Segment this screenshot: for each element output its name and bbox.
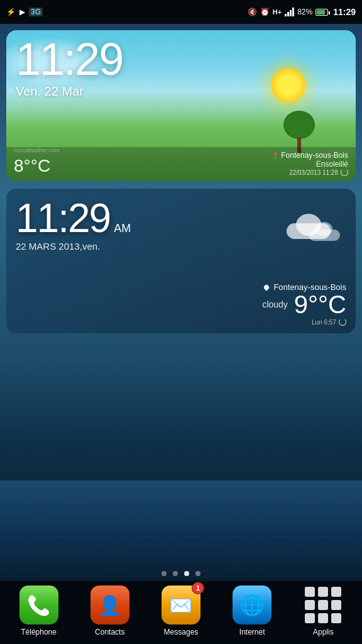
dock: Téléphone Contacts 1 Messages Internet — [0, 581, 362, 644]
location-pin-2-icon — [263, 284, 270, 291]
internet-icon — [233, 586, 272, 625]
3g-badge: 3G — [29, 8, 43, 16]
tree-icon — [280, 109, 318, 153]
alarm-icon: ⏰ — [260, 8, 270, 16]
widget-updated-2: Lun 6:57 — [262, 318, 346, 326]
dock-item-contacts[interactable]: Contacts — [79, 586, 141, 636]
apps-label: Applis — [313, 628, 334, 636]
messages-label: Messages — [164, 628, 199, 636]
dock-item-internet[interactable]: Internet — [221, 586, 283, 636]
contacts-label: Contacts — [95, 628, 124, 636]
signal-icon — [285, 8, 294, 16]
widget-condition-1: Ensoleillé — [272, 160, 348, 169]
widget-date-1: Ven. 22 Mar — [16, 84, 346, 99]
page-indicators — [0, 571, 362, 576]
dock-item-messages[interactable]: 1 Messages — [150, 586, 212, 636]
hplus-icon: H+ — [273, 8, 282, 16]
page-dot-3[interactable] — [184, 571, 189, 576]
messages-icon: 1 — [162, 586, 200, 625]
phone-label: Téléphone — [21, 628, 57, 636]
usb-icon: ⚡ — [6, 8, 16, 16]
contacts-icon — [90, 586, 129, 625]
mute-icon: 🔇 — [248, 8, 257, 16]
dock-item-phone[interactable]: Téléphone — [8, 586, 70, 636]
widget-condition-2: cloudy — [262, 299, 287, 309]
page-dot-4[interactable] — [195, 571, 200, 576]
page-dot-1[interactable] — [162, 571, 167, 576]
status-bar: ⚡ ▶ 3G 🔇 ⏰ H+ 82% 11:29 — [0, 0, 362, 24]
status-left-icons: ⚡ ▶ 3G — [6, 8, 43, 16]
widget-temp-1: 8°°C — [14, 156, 50, 176]
location-pin-icon: 📍 — [272, 153, 279, 159]
widget-time-2: 11:29 — [16, 198, 110, 238]
page-dot-2[interactable] — [173, 571, 178, 576]
widget-time-2-container: 11:29 AM — [16, 198, 346, 238]
battery-icon — [315, 9, 328, 16]
status-time: 11:29 — [333, 7, 356, 17]
play-icon: ▶ — [19, 8, 25, 16]
refresh-icon-2[interactable] — [339, 318, 346, 326]
status-right-icons: 🔇 ⏰ H+ 82% 11:29 — [248, 7, 356, 17]
apps-icon — [304, 586, 343, 625]
accu-weather-widget[interactable]: 11:29 Ven. 22 Mar AccuWeather.com 8°°C 📍… — [6, 30, 356, 181]
widget-date-2: 22 MARS 2013,ven. — [16, 241, 346, 252]
widget-location-1: 📍 Fontenay-sous-Bois Ensoleillé 22/03/20… — [272, 151, 348, 176]
refresh-icon[interactable] — [341, 169, 348, 176]
dock-item-apps[interactable]: Applis — [292, 586, 354, 636]
widget-temp-2: 9°°C — [294, 292, 346, 317]
widget-weather-2-bottom: Fontenay-sous-Bois cloudy 9°°C Lun 6:57 — [262, 282, 346, 326]
messages-badge: 1 — [192, 582, 204, 594]
phone-icon — [19, 586, 58, 625]
clock-weather-widget-2[interactable]: 11:29 AM 22 MARS 2013,ven. Fontenay-sous… — [6, 189, 356, 333]
battery-percent: 82% — [297, 8, 312, 16]
widget-time-1: 11:29 — [16, 36, 346, 82]
widget-ampm-2: AM — [114, 222, 131, 235]
internet-label: Internet — [239, 628, 265, 636]
main-content: 11:29 Ven. 22 Mar AccuWeather.com 8°°C 📍… — [0, 24, 362, 581]
